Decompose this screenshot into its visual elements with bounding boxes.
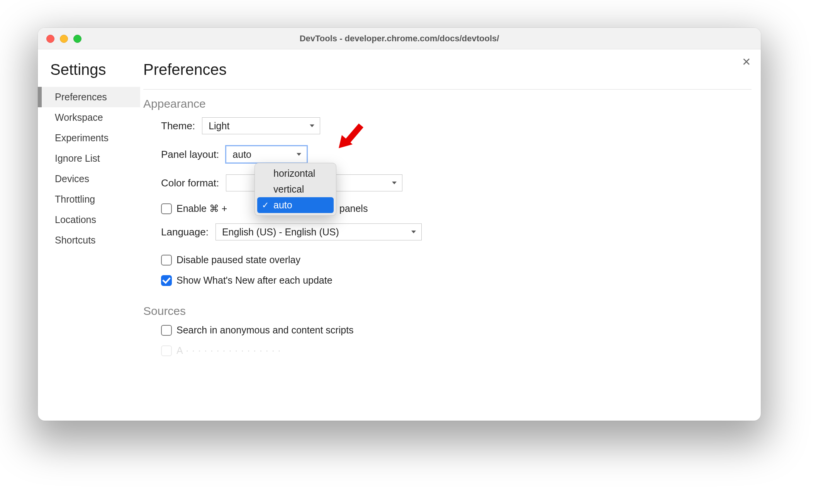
whats-new-label: Show What's New after each update xyxy=(176,275,333,286)
settings-main: Preferences Appearance Theme: Light Pane… xyxy=(140,49,761,421)
disable-paused-label: Disable paused state overlay xyxy=(176,254,300,266)
row-language: Language: English (US) - English (US) xyxy=(161,223,750,240)
sidebar-item-preferences[interactable]: Preferences xyxy=(38,87,140,107)
annotation-arrow-icon xyxy=(336,121,365,151)
sidebar-item-throttling[interactable]: Throttling xyxy=(38,189,140,210)
minimize-window-icon[interactable] xyxy=(60,35,68,43)
sidebar-item-locations[interactable]: Locations xyxy=(38,210,140,230)
language-select[interactable]: English (US) - English (US) xyxy=(215,223,422,240)
section-appearance: Appearance xyxy=(143,97,750,110)
theme-label: Theme: xyxy=(161,120,195,132)
check-icon xyxy=(262,200,269,210)
language-label: Language: xyxy=(161,226,209,238)
row-panel-layout: Panel layout: auto xyxy=(161,146,750,163)
cutoff-checkbox xyxy=(161,345,172,356)
mac-titlebar: DevTools - developer.chrome.com/docs/dev… xyxy=(38,28,761,49)
section-sources: Sources xyxy=(143,304,750,318)
chevron-down-icon xyxy=(310,125,314,127)
chevron-down-icon xyxy=(297,153,301,156)
panel-layout-select[interactable]: auto xyxy=(226,146,307,163)
row-theme: Theme: Light xyxy=(161,117,750,134)
row-search-anon[interactable]: Search in anonymous and content scripts xyxy=(161,325,750,336)
settings-sidebar: Settings PreferencesWorkspaceExperiments… xyxy=(38,49,140,421)
panel-layout-value: auto xyxy=(232,149,251,160)
theme-value: Light xyxy=(209,120,229,132)
enable-shortcut-label-prefix: Enable ⌘ + xyxy=(176,203,227,214)
option-label: vertical xyxy=(273,184,304,194)
traffic-lights xyxy=(46,35,81,43)
theme-select[interactable]: Light xyxy=(202,117,320,134)
option-label: auto xyxy=(273,200,292,210)
panel-layout-label: Panel layout: xyxy=(161,149,219,161)
settings-body: Settings PreferencesWorkspaceExperiments… xyxy=(38,49,761,421)
search-anon-label: Search in anonymous and content scripts xyxy=(176,325,354,336)
row-color-format: Color format: xyxy=(161,174,750,191)
language-value: English (US) - English (US) xyxy=(222,227,339,238)
search-anon-checkbox[interactable] xyxy=(161,325,172,336)
sidebar-item-workspace[interactable]: Workspace xyxy=(38,107,140,128)
sidebar-item-shortcuts[interactable]: Shortcuts xyxy=(38,230,140,250)
enable-shortcut-checkbox[interactable] xyxy=(161,203,172,214)
row-enable-shortcut[interactable]: Enable ⌘ + switch panels xyxy=(161,203,750,214)
color-format-label: Color format: xyxy=(161,177,219,189)
sidebar-item-ignore-list[interactable]: Ignore List xyxy=(38,148,140,169)
panel-layout-dropdown[interactable]: horizontalverticalauto xyxy=(255,163,336,216)
chevron-down-icon xyxy=(411,231,416,233)
row-disable-paused[interactable]: Disable paused state overlay xyxy=(161,254,750,266)
panel-layout-option-auto[interactable]: auto xyxy=(257,197,334,213)
sidebar-item-experiments[interactable]: Experiments xyxy=(38,128,140,148)
disable-paused-checkbox[interactable] xyxy=(161,255,172,266)
row-cutoff: A · · · · · · · · · · · · · · · · xyxy=(161,345,750,356)
chevron-down-icon xyxy=(392,182,397,184)
page-title: Preferences xyxy=(143,61,752,78)
window-title: DevTools - developer.chrome.com/docs/dev… xyxy=(300,34,499,44)
close-window-icon[interactable] xyxy=(46,35,54,43)
row-whats-new[interactable]: Show What's New after each update xyxy=(161,275,750,286)
maximize-window-icon[interactable] xyxy=(73,35,81,43)
option-label: horizontal xyxy=(273,168,315,179)
preferences-scroll[interactable]: Appearance Theme: Light Panel layout: au… xyxy=(143,89,752,420)
panel-layout-option-vertical[interactable]: vertical xyxy=(257,181,334,197)
settings-title: Settings xyxy=(50,61,140,78)
devtools-settings-window: DevTools - developer.chrome.com/docs/dev… xyxy=(38,28,761,421)
panel-layout-option-horizontal[interactable]: horizontal xyxy=(257,166,334,181)
sidebar-item-devices[interactable]: Devices xyxy=(38,169,140,189)
whats-new-checkbox[interactable] xyxy=(161,275,172,286)
